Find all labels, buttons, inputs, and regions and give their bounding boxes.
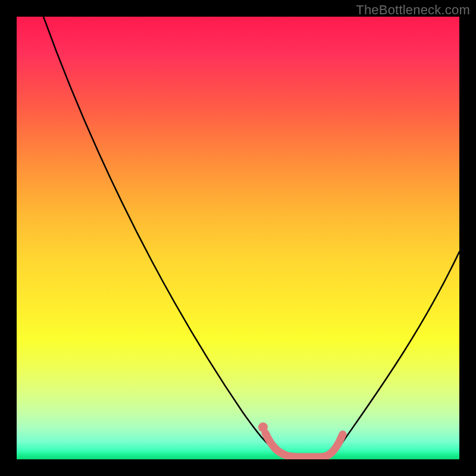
chart-frame: TheBottleneck.com [0, 0, 476, 476]
optimal-zone-highlight [265, 433, 343, 457]
plot-area [17, 17, 459, 459]
watermark-text: TheBottleneck.com [356, 2, 470, 18]
bottleneck-curve [43, 17, 459, 457]
optimal-zone-marker [258, 422, 268, 432]
curve-svg [17, 17, 459, 459]
